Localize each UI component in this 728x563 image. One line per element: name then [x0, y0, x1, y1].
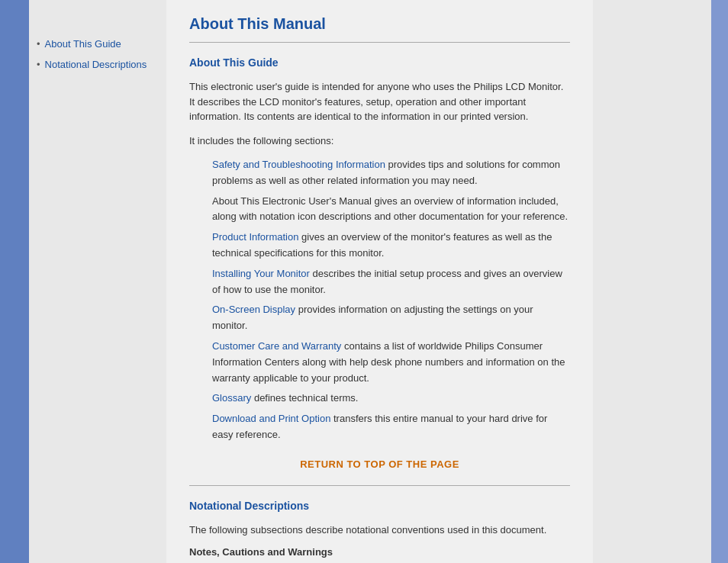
section-heading-about: About This Guide [189, 56, 570, 69]
link-osd[interactable]: On-Screen Display [212, 304, 295, 315]
section-notational: Notational Descriptions The following su… [189, 500, 570, 558]
item-download: Download and Print Option transfers this… [212, 411, 570, 443]
link-product[interactable]: Product Information [212, 231, 298, 243]
sidebar: • About This Guide • Notational Descript… [29, 0, 166, 563]
divider-top [189, 42, 570, 43]
item-customer: Customer Care and Warranty contains a li… [212, 339, 570, 386]
page-title: About This Manual [189, 15, 570, 33]
item-safety: Safety and Troubleshooting Information p… [212, 157, 570, 189]
sidebar-link-notational[interactable]: Notational Descriptions [45, 59, 147, 70]
bullet-icon: • [37, 59, 40, 70]
link-download[interactable]: Download and Print Option [212, 413, 330, 424]
sidebar-item-about[interactable]: • About This Guide [37, 38, 159, 50]
sidebar-item-notational[interactable]: • Notational Descriptions [37, 59, 159, 70]
link-customer[interactable]: Customer Care and Warranty [212, 340, 341, 352]
item-product: Product Information gives an overview of… [212, 230, 570, 262]
notational-intro: The following subsections describe notat… [189, 523, 570, 538]
link-glossary[interactable]: Glossary [212, 392, 251, 404]
section-about-guide: About This Guide This electronic user's … [189, 56, 570, 470]
item-electronic-text: About This Electronic User's Manual give… [212, 195, 568, 223]
right-accent-bar [711, 0, 728, 563]
item-electronic: About This Electronic User's Manual give… [212, 194, 570, 226]
item-glossary-text: defines technical terms. [251, 392, 358, 404]
right-panel [593, 0, 728, 563]
item-glossary: Glossary defines technical terms. [212, 391, 570, 407]
notational-subheading: Notes, Cautions and Warnings [189, 546, 570, 558]
return-to-top[interactable]: RETURN TO TOP OF THE PAGE [189, 458, 570, 470]
section-heading-notational: Notational Descriptions [189, 500, 570, 512]
left-accent-bar [0, 0, 29, 563]
link-installing[interactable]: Installing Your Monitor [212, 268, 310, 279]
sidebar-nav: • About This Guide • Notational Descript… [37, 38, 159, 70]
bullet-icon: • [37, 38, 40, 50]
right-gray-panel [593, 0, 711, 563]
item-installing: Installing Your Monitor describes the in… [212, 266, 570, 298]
link-safety[interactable]: Safety and Troubleshooting Information [212, 159, 385, 170]
item-osd: On-Screen Display provides information o… [212, 302, 570, 334]
intro-paragraph-1: This electronic user's guide is intended… [189, 79, 570, 124]
main-content: About This Manual About This Guide This … [166, 0, 593, 563]
intro-paragraph-2: It includes the following sections: [189, 134, 570, 149]
divider-middle [189, 485, 570, 486]
sidebar-link-about[interactable]: About This Guide [45, 38, 121, 50]
